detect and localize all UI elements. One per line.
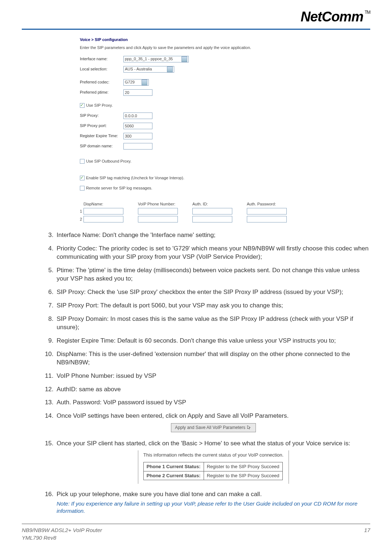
note-text: Note: If you experience any failure in s…	[57, 500, 370, 515]
phone1-label: Phone 1 Current Status:	[143, 462, 204, 471]
sip-tag-match-label: Enable SIP tag matching (Uncheck for Von…	[86, 175, 184, 181]
dispname-2-input[interactable]	[83, 216, 123, 222]
instruction-list: Interface Name: Don't change the 'Interf…	[55, 231, 370, 515]
reg-expire-input[interactable]: 300	[123, 133, 152, 139]
sip-proxy-input[interactable]: 0.0.0.0	[123, 113, 152, 119]
interface-label: Interface name:	[80, 56, 123, 62]
brand-logo: NetComm TM	[301, 7, 370, 26]
cursor-icon	[247, 425, 252, 430]
row-2: 2	[80, 217, 83, 222]
instruction-item: DispName: This is the user-defined 'exte…	[55, 350, 370, 367]
ptime-label: Preferred ptime:	[80, 90, 123, 95]
auth-pass-1-input[interactable]	[247, 208, 287, 214]
instruction-item: Pick up your telephone, make sure you ha…	[55, 490, 370, 515]
auth-id-2-input[interactable]	[192, 216, 232, 222]
codec-label: Preferred codec:	[80, 79, 123, 85]
sip-proxy-label: SIP Proxy:	[80, 113, 123, 118]
status-panel: This information reflects the current st…	[138, 450, 289, 484]
breadcrumb: Voice > SIP configuration	[80, 37, 334, 42]
dispname-header: DispName:	[83, 201, 103, 207]
row-1: 1	[80, 209, 83, 214]
table-row: Phone 1 Current Status: Register to the …	[143, 462, 282, 471]
instruction-item: VoIP Phone Number: issued by VSP	[55, 372, 370, 380]
phone2-label: Phone 2 Current Status:	[143, 471, 204, 480]
use-sip-proxy-label: Use SIP Proxy.	[86, 103, 113, 108]
page-number: 17	[364, 526, 370, 541]
status-caption: This information reflects the current st…	[143, 452, 283, 458]
auth-pass-2-input[interactable]	[247, 216, 287, 222]
use-sip-proxy-checkbox[interactable]	[80, 103, 85, 108]
status-table: Phone 1 Current Status: Register to the …	[143, 462, 283, 480]
footer-revision: YML790 Rev8	[22, 534, 102, 541]
voip-number-2-input[interactable]	[138, 216, 178, 222]
outbound-proxy-label: Use SIP Outbound Proxy.	[86, 159, 131, 164]
auth-id-1-input[interactable]	[192, 208, 232, 214]
local-select[interactable]: AUS - Australia	[123, 66, 174, 73]
reg-expire-label: Register Expire Time:	[80, 133, 123, 139]
phone1-value: Register to the SIP Proxy Succeed	[204, 462, 282, 471]
auth-pass-header: Auth. Password:	[247, 201, 287, 207]
instruction-item: Priority Codec: The priority codec is se…	[55, 245, 370, 261]
table-row: Phone 2 Current Status: Register to the …	[143, 471, 282, 480]
voip-number-header: VoIP Phone Number:	[138, 201, 178, 207]
instruction-item: SIP Proxy Domain: In most cases this is …	[55, 315, 370, 332]
instruction-item: Once your SIP client has started, click …	[55, 440, 370, 484]
instruction-item: Auth. Password: VoIP password issued by …	[55, 398, 370, 407]
instruction-item: Register Expire Time: Default is 60 seco…	[55, 337, 370, 345]
local-label: Local selection:	[80, 66, 123, 72]
ptime-input[interactable]: 20	[123, 89, 152, 96]
instruction-item: Interface Name: Don't change the 'Interf…	[55, 231, 370, 240]
auth-id-header: Auth. ID:	[192, 201, 232, 207]
instruction-item: Ptime: The 'ptime' is the time delay (mi…	[55, 266, 370, 283]
outbound-proxy-checkbox[interactable]	[80, 159, 85, 164]
sip-domain-input[interactable]	[123, 143, 152, 150]
sip-tag-match-checkbox[interactable]	[80, 176, 85, 180]
brand-text: NetComm	[301, 7, 363, 26]
sip-port-input[interactable]: 5060	[123, 123, 152, 129]
codec-select[interactable]: G729	[123, 79, 149, 86]
sip-domain-label: SIP domain name:	[80, 143, 123, 149]
sip-port-label: SIP Proxy port:	[80, 123, 123, 128]
page-subtitle: Enter the SIP parameters and click Apply…	[80, 45, 334, 50]
interface-select[interactable]: ppp_0_35_1 - pppoe_0_35	[123, 56, 189, 62]
instruction-item: Once VoIP settings have been entered, cl…	[55, 412, 370, 432]
apply-save-button[interactable]: Apply and Save All VoIP Parameters	[171, 423, 256, 432]
instruction-item: AuthID: same as above	[55, 385, 370, 394]
footer-product: NB9/NB9W ADSL2+ VoIP Router	[22, 526, 102, 534]
trademark: TM	[365, 9, 370, 16]
phone2-value: Register to the SIP Proxy Succeed	[204, 471, 282, 480]
instruction-item: SIP Proxy Port: The default is port 5060…	[55, 302, 370, 310]
sip-config-screenshot: Voice > SIP configuration Enter the SIP …	[80, 37, 334, 222]
page-footer: NB9/NB9W ADSL2+ VoIP Router YML790 Rev8 …	[22, 524, 370, 541]
dispname-1-input[interactable]	[83, 208, 123, 214]
instruction-item: SIP Proxy: Check the 'use SIP proxy' che…	[55, 288, 370, 297]
page-header: NetComm TM	[22, 7, 370, 30]
voip-number-1-input[interactable]	[138, 208, 178, 214]
remote-log-checkbox[interactable]	[80, 186, 85, 191]
remote-log-label: Remote server for SIP log messages.	[86, 185, 152, 191]
